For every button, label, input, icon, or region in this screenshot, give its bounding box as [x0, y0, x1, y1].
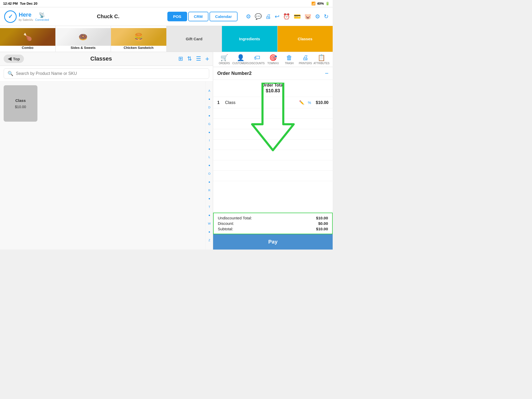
wallet-icon[interactable]: 💳: [294, 13, 301, 20]
attributes-icon-item[interactable]: 📋 ATTRIBUTES: [313, 54, 330, 65]
orders-label: ORDERS: [219, 62, 230, 65]
order-item-price: $10.00: [316, 100, 329, 105]
alpha-r[interactable]: R: [208, 189, 211, 192]
clock-icon[interactable]: ⏰: [283, 13, 290, 20]
classes-label: Classes: [298, 37, 312, 41]
alpha-l[interactable]: L: [208, 155, 210, 159]
townvu-icon-item[interactable]: 🎯 TOWNVU: [265, 54, 281, 65]
cart-icon: 🛒: [220, 54, 228, 61]
orders-icon-item[interactable]: 🛒 ORDERS: [216, 54, 232, 65]
discounts-icon: 🏷: [254, 54, 260, 61]
battery-icon: 🔋: [325, 2, 330, 5]
refresh-icon[interactable]: ↻: [324, 13, 329, 20]
chat-icon[interactable]: 💬: [255, 13, 262, 20]
connected-label: Connected: [35, 18, 49, 21]
product-toolbar: ◀ Top Classes ⊞ ⇅ ☰ +: [0, 52, 213, 66]
pay-button[interactable]: Pay: [213, 234, 333, 250]
alpha-o[interactable]: O: [208, 172, 211, 175]
wifi-connected: 📡 Connected: [35, 12, 49, 21]
search-icon: 🔍: [8, 71, 13, 76]
alpha-w[interactable]: W: [208, 222, 211, 225]
order-summary: Undiscounted Total: $10.00 Discount: $0.…: [213, 213, 333, 234]
product-card-class[interactable]: Class $10.00: [4, 85, 37, 122]
alpha-g[interactable]: G: [208, 122, 211, 126]
trash-icon-item[interactable]: 🗑 TRASH: [281, 54, 297, 65]
townvu-icon: 🎯: [269, 54, 277, 61]
order-line-item: 1 Class ✏️ % $10.00: [213, 97, 333, 108]
sides-label: Sides & Sweets: [71, 46, 96, 50]
alpha-dot-7: [209, 198, 210, 199]
trash-label: TRASH: [285, 62, 294, 65]
discounts-label: DISCOUNTS: [249, 62, 265, 65]
order-item-name: Class: [225, 100, 297, 105]
chicken-image: 🍔: [111, 28, 166, 46]
add-icon[interactable]: +: [205, 55, 209, 63]
printers-label: PRINTERS: [299, 62, 312, 65]
gift-card-label: Gift Card: [186, 37, 202, 41]
print-icon[interactable]: 🖨: [265, 13, 271, 20]
trash-icon: 🗑: [286, 54, 292, 61]
tab-calendar[interactable]: Calendar: [209, 12, 238, 21]
alpha-dot-9: [209, 231, 210, 233]
alpha-dot-3: [209, 132, 210, 133]
discounts-icon-item[interactable]: 🏷 DISCOUNTS: [249, 54, 265, 65]
order-area-container: Order Number2 − Order Total $10.83 1 Cla…: [213, 67, 333, 213]
attributes-label: ATTRIBUTES: [313, 62, 329, 65]
product-name: Class: [15, 98, 26, 103]
combo-label: Combo: [22, 46, 34, 50]
right-top-icons: 🛒 ORDERS 👤 CUSTOMERS 🏷 DISCOUNTS 🎯 TOWNV…: [213, 52, 333, 67]
category-gift-card[interactable]: Gift Card: [167, 26, 222, 52]
attributes-icon: 📋: [318, 54, 325, 61]
search-bar: 🔍: [0, 66, 213, 82]
ingredients-label: Ingredients: [239, 37, 260, 41]
back-arrow-icon: ◀: [8, 56, 11, 62]
order-area: Order Number2 − Order Total $10.83 1 Cla…: [213, 67, 333, 181]
category-chicken-sandwich[interactable]: 🍔 Chicken Sandwich: [111, 26, 167, 52]
townvu-label: TOWNVU: [267, 62, 279, 65]
empty-line-3: [213, 129, 333, 140]
barcode-icon[interactable]: ⊞: [178, 55, 183, 62]
undo-icon[interactable]: ↩: [275, 13, 279, 20]
piggy-bank-icon[interactable]: 🐷: [304, 13, 311, 20]
order-percent-icon[interactable]: %: [308, 101, 311, 105]
nav-tabs: POS CRM Calendar: [167, 12, 238, 21]
order-minimize-button[interactable]: −: [325, 70, 329, 76]
alpha-dot-5: [209, 165, 210, 166]
sides-image: 🍩: [56, 28, 111, 46]
right-panel: 🛒 ORDERS 👤 CUSTOMERS 🏷 DISCOUNTS 🎯 TOWNV…: [213, 52, 333, 250]
printers-icon-item[interactable]: 🖨 PRINTERS: [297, 54, 313, 65]
top-icons: ⚙ 💬 🖨 ↩ ⏰ 💳 🐷 ⚙ ↻: [246, 13, 329, 20]
gear-icon[interactable]: ⚙: [315, 13, 320, 20]
category-ingredients[interactable]: Ingredients: [222, 26, 278, 52]
printers-icon: 🖨: [302, 54, 308, 61]
combo-image: 🍗: [0, 28, 55, 46]
sort-icon[interactable]: ⇅: [187, 55, 192, 62]
order-edit-icon[interactable]: ✏️: [299, 100, 304, 105]
category-title-display: Classes: [24, 55, 178, 62]
alphabet-index: A D G I L O R T W Z: [206, 82, 213, 250]
search-input[interactable]: [16, 71, 205, 76]
logo-by-text: by SalesVu: [19, 18, 33, 21]
tab-pos[interactable]: POS: [167, 12, 187, 21]
category-sides-sweets[interactable]: 🍩 Sides & Sweets: [56, 26, 111, 52]
tab-crm[interactable]: CRM: [188, 12, 208, 21]
time-display: 12:42 PM: [3, 2, 18, 5]
header: ✓ Here by SalesVu 📡 Connected Chuck C. P…: [0, 7, 333, 26]
category-classes[interactable]: Classes: [278, 26, 333, 52]
alpha-z[interactable]: Z: [208, 239, 210, 242]
alpha-i[interactable]: I: [209, 139, 210, 142]
alpha-d[interactable]: D: [208, 106, 211, 109]
alpha-t[interactable]: T: [208, 205, 210, 209]
t-settings-icon[interactable]: ⚙: [246, 13, 251, 20]
date-display: Tue Dec 20: [20, 2, 37, 5]
list-icon[interactable]: ☰: [196, 55, 201, 62]
customers-icon-item[interactable]: 👤 CUSTOMERS: [232, 54, 249, 65]
category-combo[interactable]: 🍗 Combo: [0, 26, 56, 52]
empty-line-1: [213, 108, 333, 119]
top-button[interactable]: ◀ Top: [4, 55, 24, 63]
alpha-dot-4: [209, 148, 210, 150]
wifi-icon: 📶: [311, 2, 316, 5]
alpha-a[interactable]: A: [208, 89, 210, 93]
logo-circle: ✓: [4, 10, 17, 23]
user-name: Chuck C.: [53, 14, 163, 19]
